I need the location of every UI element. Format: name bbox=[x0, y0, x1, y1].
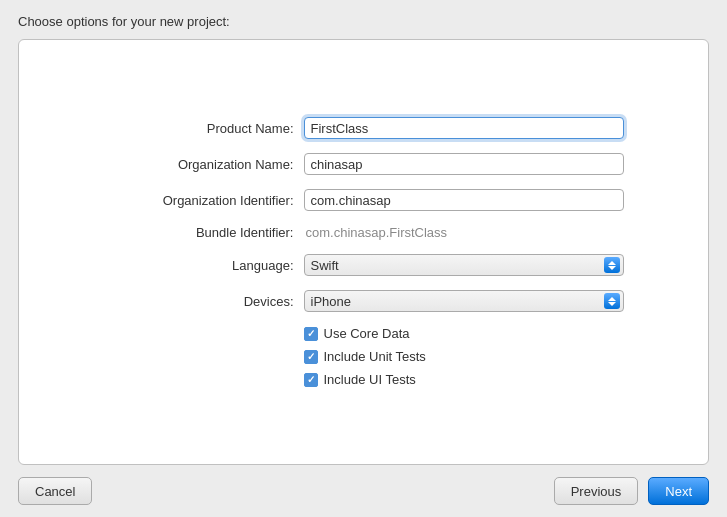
product-name-row: Product Name: bbox=[104, 117, 624, 139]
org-id-row: Organization Identifier: bbox=[104, 189, 624, 211]
bundle-id-row: Bundle Identifier: com.chinasap.FirstCla… bbox=[104, 225, 624, 240]
cancel-button[interactable]: Cancel bbox=[18, 477, 92, 505]
devices-dropdown-wrapper: iPhone iPad Universal bbox=[304, 290, 624, 312]
include-ui-tests-checkbox[interactable]: ✓ bbox=[304, 373, 318, 387]
language-row: Language: Swift Objective-C bbox=[104, 254, 624, 276]
include-unit-tests-item: ✓ Include Unit Tests bbox=[304, 349, 624, 364]
language-dropdown-wrapper: Swift Objective-C bbox=[304, 254, 624, 276]
checkmark-icon: ✓ bbox=[307, 329, 315, 339]
devices-select[interactable]: iPhone iPad Universal bbox=[304, 290, 624, 312]
checkbox-group: ✓ Use Core Data ✓ Include Unit Tests ✓ I… bbox=[304, 326, 624, 387]
include-unit-tests-checkbox[interactable]: ✓ bbox=[304, 350, 318, 364]
include-ui-tests-label: Include UI Tests bbox=[324, 372, 416, 387]
language-select-wrapper: Swift Objective-C bbox=[304, 254, 624, 276]
language-select[interactable]: Swift Objective-C bbox=[304, 254, 624, 276]
use-core-data-label: Use Core Data bbox=[324, 326, 410, 341]
org-name-row: Organization Name: bbox=[104, 153, 624, 175]
include-unit-tests-label: Include Unit Tests bbox=[324, 349, 426, 364]
product-name-input[interactable] bbox=[304, 117, 624, 139]
bundle-id-value-wrapper: com.chinasap.FirstClass bbox=[304, 225, 624, 240]
devices-row: Devices: iPhone iPad Universal bbox=[104, 290, 624, 312]
org-id-field-wrapper bbox=[304, 189, 624, 211]
bottom-bar: Cancel Previous Next bbox=[0, 465, 727, 517]
org-id-input[interactable] bbox=[304, 189, 624, 211]
org-name-label: Organization Name: bbox=[104, 157, 304, 172]
include-ui-tests-item: ✓ Include UI Tests bbox=[304, 372, 624, 387]
org-name-field-wrapper bbox=[304, 153, 624, 175]
bundle-id-label: Bundle Identifier: bbox=[104, 225, 304, 240]
main-panel: Product Name: Organization Name: Organiz… bbox=[18, 39, 709, 465]
language-label: Language: bbox=[104, 258, 304, 273]
use-core-data-item: ✓ Use Core Data bbox=[304, 326, 624, 341]
form-container: Product Name: Organization Name: Organiz… bbox=[104, 117, 624, 387]
bundle-id-static: com.chinasap.FirstClass bbox=[304, 225, 448, 240]
right-buttons: Previous Next bbox=[554, 477, 709, 505]
devices-select-wrapper: iPhone iPad Universal bbox=[304, 290, 624, 312]
page-instruction: Choose options for your new project: bbox=[0, 0, 727, 39]
org-id-label: Organization Identifier: bbox=[104, 193, 304, 208]
product-name-field-wrapper bbox=[304, 117, 624, 139]
org-name-input[interactable] bbox=[304, 153, 624, 175]
checkmark-icon-2: ✓ bbox=[307, 352, 315, 362]
product-name-label: Product Name: bbox=[104, 121, 304, 136]
next-button[interactable]: Next bbox=[648, 477, 709, 505]
previous-button[interactable]: Previous bbox=[554, 477, 639, 505]
use-core-data-checkbox[interactable]: ✓ bbox=[304, 327, 318, 341]
devices-label: Devices: bbox=[104, 294, 304, 309]
checkmark-icon-3: ✓ bbox=[307, 375, 315, 385]
